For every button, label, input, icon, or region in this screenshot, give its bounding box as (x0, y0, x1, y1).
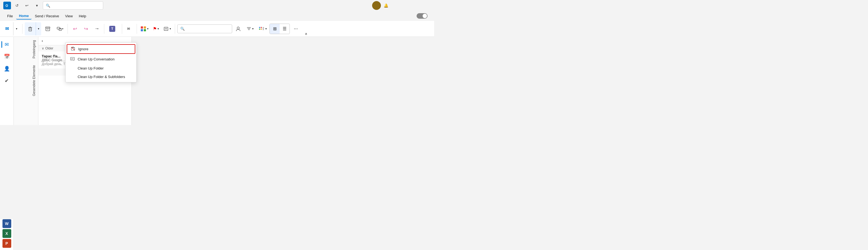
section-collapse-icon[interactable]: ∨ (42, 47, 44, 50)
close-button[interactable] (418, 1, 431, 9)
svg-rect-22 (261, 29, 262, 30)
teams-icon: T (109, 26, 115, 32)
outlook-toggle[interactable] (416, 13, 428, 19)
maximize-button[interactable] (404, 1, 417, 9)
view-list-button[interactable]: ☰ (280, 24, 289, 34)
svg-rect-21 (259, 29, 260, 30)
ignore-icon (70, 47, 75, 52)
refresh-button[interactable]: ↺ (13, 2, 21, 9)
delete-button[interactable] (25, 22, 36, 35)
address-book-button[interactable] (233, 24, 243, 34)
rules-button[interactable]: ▾ (162, 22, 173, 35)
sidebar-item-people[interactable]: 👤 (1, 63, 12, 74)
dropdown-cleanup-folder-label: Clean Up Folder (78, 66, 104, 70)
cleanup-conversation-icon (70, 57, 75, 62)
expand-arrow[interactable]: › (42, 39, 43, 43)
categorize-dropdown: ▾ (147, 27, 149, 30)
sort-button[interactable]: ▾ (257, 22, 268, 35)
new-email-dropdown-button[interactable]: ▾ (13, 22, 20, 35)
section-label-text: Older (45, 47, 53, 50)
dropdown-item-cleanup-folder[interactable]: Clean Up Folder (66, 64, 136, 73)
follow-up-button[interactable]: ⚑ ▾ (151, 22, 160, 35)
left-sidebar: ✉ 📅 👤 ✔ (0, 37, 14, 125)
user-avatar[interactable] (372, 1, 381, 10)
svg-rect-8 (46, 28, 50, 31)
reply-button[interactable]: ↩ (70, 22, 80, 35)
sidebar-item-calendar[interactable]: 📅 (1, 51, 12, 62)
svg-text:O: O (5, 4, 8, 8)
reply-all-button[interactable]: ↪ (81, 22, 91, 35)
sidebar-item-mail[interactable]: ✉ (1, 39, 12, 50)
svg-rect-19 (259, 27, 260, 28)
move-dropdown: ▾ (62, 27, 63, 30)
new-email-button[interactable]: ✉ (2, 22, 13, 35)
view-grid-button[interactable]: ⊞ (270, 24, 280, 34)
svg-point-15 (237, 27, 239, 29)
svg-rect-30 (70, 57, 74, 60)
toggle-knob (423, 14, 427, 18)
redo-dropdown-button[interactable]: ▾ (33, 2, 41, 9)
flag-dropdown: ▾ (157, 27, 159, 30)
categorize-button[interactable]: ▾ (139, 22, 150, 35)
category-colors (141, 26, 146, 31)
unread-read-button[interactable]: ✉ (124, 22, 134, 35)
dropdown-cleanup-folder-sub-label: Clean Up Folder & Subfolders (78, 75, 125, 79)
sort-dropdown: ▾ (266, 27, 267, 30)
separator-1 (22, 24, 23, 34)
menu-item-home[interactable]: Home (16, 12, 32, 20)
svg-rect-12 (164, 27, 168, 30)
svg-rect-2 (29, 28, 32, 31)
unread-icon: ✉ (127, 27, 130, 31)
menu-item-view[interactable]: View (62, 13, 75, 19)
menu-item-sendreceive[interactable]: Send / Receive (32, 13, 62, 19)
dropdown-item-cleanup-conversation[interactable]: Clean Up Conversation (66, 54, 136, 64)
title-bar: O ↺ ↩ ▾ 🔍 🔔 (0, 0, 434, 11)
menu-bar-right (414, 13, 430, 19)
sidebar-item-tasks[interactable]: ✔ (1, 75, 12, 86)
ribbon: ✉ ▾ ▾ ▾ (0, 21, 434, 37)
notifications-button[interactable]: 🔔 (382, 2, 390, 9)
filter-dropdown: ▾ (252, 27, 254, 30)
global-search-box[interactable]: 🔍 (43, 1, 103, 9)
archive-button[interactable] (42, 22, 53, 35)
folder-tab-gesendete[interactable]: Gesendete Elemente (14, 62, 38, 100)
undo-button[interactable]: ↩ (23, 2, 31, 9)
share-to-teams-button[interactable]: T (106, 22, 120, 35)
new-email-group: ✉ ▾ (2, 22, 20, 36)
dropdown-item-cleanup-folder-sub[interactable]: Clean Up Folder & Subfolders (66, 73, 136, 81)
search-people-icon: 🔍 (180, 27, 185, 31)
search-people-input[interactable]: 🔍 (177, 24, 232, 33)
menu-item-help[interactable]: Help (76, 13, 89, 19)
menu-bar: File Home Send / Receive View Help (0, 11, 434, 21)
view-toggle: ⊞ ☰ (270, 24, 290, 34)
outlook-logo: O (3, 2, 11, 9)
filter-button[interactable]: ▾ (244, 24, 256, 34)
folder-tab-posteingang[interactable]: Posteingang (14, 37, 38, 62)
delete-dropdown-button[interactable]: ▾ (36, 22, 41, 35)
new-email-icon: ✉ (5, 26, 9, 31)
dropdown-item-ignore[interactable]: Ignore (67, 44, 135, 54)
search-icon: 🔍 (46, 4, 50, 8)
move-button[interactable]: ▾ (54, 22, 65, 35)
flag-icon: ⚑ (153, 26, 157, 31)
delete-dropdown-menu: Ignore Clean Up Conversation Clean Up Fo… (65, 42, 137, 82)
folder-panel: Posteingang Gesendete Elemente (14, 37, 38, 125)
title-bar-icons: 🔔 (372, 1, 431, 10)
rules-dropdown: ▾ (169, 27, 171, 30)
ribbon-expand-button[interactable]: ∧ (302, 21, 310, 37)
separator-6 (175, 24, 175, 34)
svg-rect-20 (261, 27, 262, 28)
delete-group: ▾ (25, 22, 41, 35)
forward-button[interactable]: → (92, 22, 102, 35)
separator-2 (67, 24, 68, 34)
dropdown-ignore-label: Ignore (78, 47, 88, 51)
more-options-button[interactable]: ··· (291, 24, 301, 34)
minimize-button[interactable] (391, 1, 403, 9)
dropdown-cleanup-conversation-label: Clean Up Conversation (78, 57, 115, 61)
menu-item-file[interactable]: File (4, 13, 16, 19)
